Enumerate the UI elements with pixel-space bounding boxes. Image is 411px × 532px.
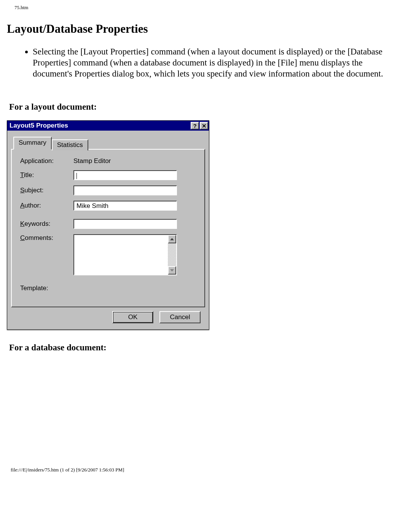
header-filename: 75.htm bbox=[14, 5, 404, 11]
label-application: Application: bbox=[20, 157, 73, 165]
scroll-up-button[interactable] bbox=[168, 235, 176, 243]
tab-summary[interactable]: Summary bbox=[13, 137, 52, 150]
scroll-down-button[interactable] bbox=[168, 266, 176, 275]
help-icon: ? bbox=[193, 123, 196, 129]
title-input[interactable] bbox=[73, 170, 177, 180]
label-keywords: Keywords: bbox=[20, 220, 73, 228]
scroll-track[interactable] bbox=[168, 243, 176, 266]
help-button[interactable]: ? bbox=[191, 122, 199, 129]
intro-bullet: Selecting the [Layout Properties] comman… bbox=[33, 46, 400, 79]
dialog-button-row: OK Cancel bbox=[11, 307, 205, 325]
cancel-button[interactable]: Cancel bbox=[159, 311, 201, 323]
label-subject: Subject: bbox=[20, 187, 73, 194]
label-template: Template: bbox=[20, 284, 73, 292]
footer-path: file:///E|/insiders/75.htm (1 of 2) [9/2… bbox=[11, 467, 124, 473]
dialog-title: Layout5 Properties bbox=[10, 122, 68, 129]
dialog-body: Summary Statistics Application: Stamp Ed… bbox=[7, 131, 209, 329]
ok-button[interactable]: OK bbox=[112, 311, 153, 323]
value-application: Stamp Editor bbox=[73, 157, 111, 165]
label-author: Author: bbox=[20, 202, 73, 209]
dialog-titlebar[interactable]: Layout5 Properties ? ✕ bbox=[7, 121, 209, 131]
keywords-input[interactable] bbox=[73, 219, 177, 229]
properties-dialog: Layout5 Properties ? ✕ Summary Statistic… bbox=[7, 120, 209, 330]
tab-strip: Summary Statistics bbox=[13, 136, 205, 149]
arrow-down-icon bbox=[170, 269, 174, 272]
subject-input[interactable] bbox=[73, 185, 177, 195]
document-page: 75.htm Layout/Database Properties Select… bbox=[0, 0, 411, 532]
tab-statistics[interactable]: Statistics bbox=[52, 139, 88, 150]
label-comments: Comments: bbox=[20, 234, 73, 242]
comments-scrollbar[interactable] bbox=[168, 235, 176, 275]
close-icon: ✕ bbox=[202, 123, 207, 129]
comments-wrapper bbox=[73, 234, 177, 275]
page-title: Layout/Database Properties bbox=[7, 22, 404, 36]
author-input[interactable]: Mike Smith bbox=[73, 201, 177, 211]
intro-list: Selecting the [Layout Properties] comman… bbox=[22, 46, 404, 79]
section-layout-title: For a layout document: bbox=[9, 102, 404, 112]
label-title: Title: bbox=[20, 171, 73, 179]
section-database-title: For a database document: bbox=[9, 343, 404, 353]
tab-panel-summary: Application: Stamp Editor Title: Subject… bbox=[11, 149, 205, 307]
comments-input[interactable] bbox=[74, 235, 168, 275]
arrow-up-icon bbox=[170, 238, 174, 240]
close-button[interactable]: ✕ bbox=[200, 122, 208, 129]
